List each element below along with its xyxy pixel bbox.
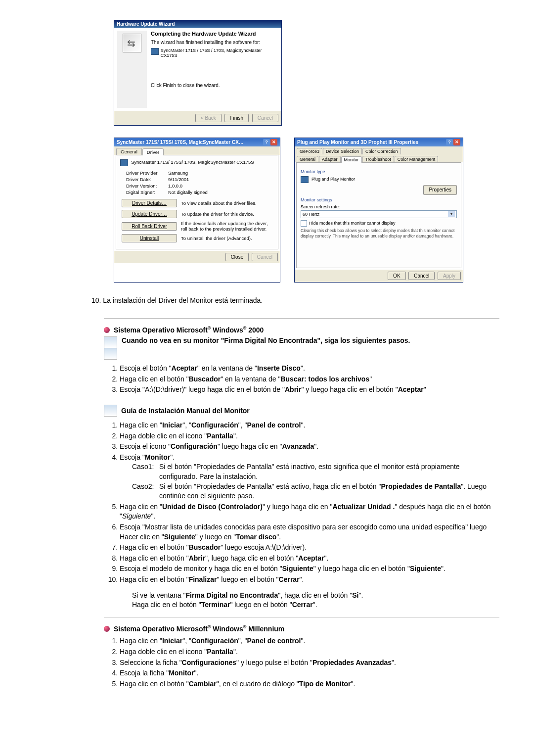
tab-color-correction[interactable]: Color Correction bbox=[362, 148, 401, 154]
update-driver-button[interactable]: Update Driver… bbox=[122, 210, 177, 218]
monitor-icon bbox=[151, 48, 159, 55]
refresh-label: Screen refresh rate: bbox=[301, 204, 457, 210]
wizard-title-bar: Hardware Update Wizard bbox=[114, 20, 281, 28]
provider-label: Driver Provider: bbox=[126, 170, 168, 176]
monitor-icon bbox=[301, 176, 309, 183]
apply-button: Apply bbox=[438, 272, 461, 280]
wizard-icon bbox=[123, 34, 141, 52]
wizard-click-finish: Click Finish to close the wizard. bbox=[151, 83, 278, 88]
signer-label: Digital Signer: bbox=[126, 189, 168, 195]
close-icon[interactable]: ✕ bbox=[270, 139, 277, 145]
update-driver-desc: To update the driver for this device. bbox=[181, 211, 274, 217]
separator bbox=[104, 318, 499, 319]
version-value: 1.0.0.0 bbox=[168, 183, 182, 189]
driver-details-desc: To view details about the driver files. bbox=[181, 200, 274, 206]
hide-modes-checkbox[interactable] bbox=[301, 220, 307, 227]
hide-modes-label: Hide modes that this monitor cannot disp… bbox=[309, 220, 396, 227]
date-value: 9/11/2001 bbox=[168, 177, 189, 182]
bullet-icon bbox=[104, 327, 110, 333]
signer-value: Not digitally signed bbox=[168, 189, 208, 195]
close-button[interactable]: Close bbox=[225, 253, 249, 261]
wizard-sidebar bbox=[117, 31, 147, 108]
pnp-monitor-properties-dialog: Plug and Play Monitor and 3D Prophet III… bbox=[294, 138, 463, 283]
cancel-button: Cancel bbox=[252, 114, 278, 122]
finish-button[interactable]: Finish bbox=[224, 114, 249, 122]
step-10-text: 10. La instalación del Driver del Monito… bbox=[91, 296, 499, 304]
roll-back-button[interactable]: Roll Back Driver bbox=[122, 222, 177, 231]
ok-button[interactable]: OK bbox=[388, 272, 405, 280]
bullet-icon bbox=[104, 626, 110, 632]
date-label: Driver Date: bbox=[126, 177, 168, 182]
w2000-sig-steps: Escoja el botón "Aceptar" en la ventana … bbox=[110, 364, 499, 395]
cancel-button: Cancel bbox=[252, 253, 278, 261]
tab-adapter[interactable]: Adapter bbox=[319, 156, 341, 162]
tab-device-selection[interactable]: Device Selection bbox=[323, 148, 362, 154]
close-icon[interactable]: ✕ bbox=[453, 139, 460, 145]
cancel-button[interactable]: Cancel bbox=[408, 272, 435, 280]
props-device: SyncMaster 171S/ 175S/ 170S, MagicSyncMa… bbox=[131, 159, 254, 166]
driver-details-button[interactable]: Driver Details… bbox=[122, 199, 177, 207]
dialog-thumbnail-icon bbox=[104, 405, 117, 417]
os-title-wme: Sistema Operativo Microsoft® Windows® Mi… bbox=[114, 624, 284, 633]
os-title-w2000: Sistema Operativo Microsoft® Windows® 20… bbox=[114, 326, 264, 334]
hardware-update-wizard-dialog: Hardware Update Wizard Completing the Ha… bbox=[114, 20, 282, 126]
dialog-thumbnail-icon bbox=[104, 336, 117, 348]
monitor-settings-group: Monitor settings bbox=[301, 197, 457, 203]
tab-general[interactable]: General bbox=[116, 148, 142, 155]
dialog-thumbnail-icon bbox=[104, 348, 117, 360]
tab-monitor[interactable]: Monitor bbox=[341, 156, 362, 163]
manual-steps: Haga clic en "Iniciar", "Configuración",… bbox=[110, 421, 499, 610]
driver-properties-dialog: SyncMaster 171S/ 175S/ 170S, MagicSyncMa… bbox=[114, 138, 280, 283]
chevron-down-icon: ▾ bbox=[448, 211, 455, 217]
uninstall-button[interactable]: Uninstall bbox=[122, 234, 177, 242]
monitor-type-group: Monitor type bbox=[301, 169, 457, 175]
roll-back-desc: If the device fails after updating the d… bbox=[181, 221, 274, 232]
monitor-name: Plug and Play Monitor bbox=[312, 176, 457, 183]
wizard-line: The wizard has finished installing the s… bbox=[151, 40, 278, 45]
hide-modes-help: Clearing this check box allows you to se… bbox=[301, 228, 457, 238]
properties-button[interactable]: Properties bbox=[423, 185, 457, 195]
help-icon[interactable]: ? bbox=[446, 139, 453, 145]
provider-value: Samsung bbox=[168, 170, 188, 176]
props-title: SyncMaster 171S/ 175S/ 170S, MagicSyncMa… bbox=[117, 140, 244, 145]
separator bbox=[104, 617, 499, 617]
wizard-heading: Completing the Hardware Update Wizard bbox=[151, 31, 278, 37]
uninstall-desc: To uninstall the driver (Advanced). bbox=[181, 236, 274, 241]
tab-color-management[interactable]: Color Management bbox=[395, 156, 439, 162]
wme-steps: Haga clic en "Iniciar", "Configuración",… bbox=[110, 636, 499, 689]
tab-geforce[interactable]: GeForce3 bbox=[297, 148, 322, 154]
monitor-icon bbox=[120, 159, 128, 166]
manual-guide-title: Guía de Instalación Manual del Monitor bbox=[121, 407, 250, 415]
help-icon[interactable]: ? bbox=[263, 139, 270, 145]
back-button: < Back bbox=[195, 114, 222, 122]
tab-driver[interactable]: Driver bbox=[142, 148, 164, 155]
signature-note: Cuando no vea en su monitor "Firma Digit… bbox=[122, 336, 410, 344]
tab-general[interactable]: General bbox=[297, 156, 318, 162]
version-label: Driver Version: bbox=[126, 183, 168, 189]
pnp-title: Plug and Play Monitor and 3D Prophet III… bbox=[297, 140, 418, 145]
refresh-rate-select[interactable]: 60 Hertz ▾ bbox=[301, 210, 457, 219]
tab-troubleshoot[interactable]: Troubleshoot bbox=[362, 156, 394, 162]
refresh-value: 60 Hertz bbox=[303, 211, 319, 218]
wizard-device-name: SyncMaster 171S / 175S / 170S, MagicSync… bbox=[161, 48, 278, 58]
